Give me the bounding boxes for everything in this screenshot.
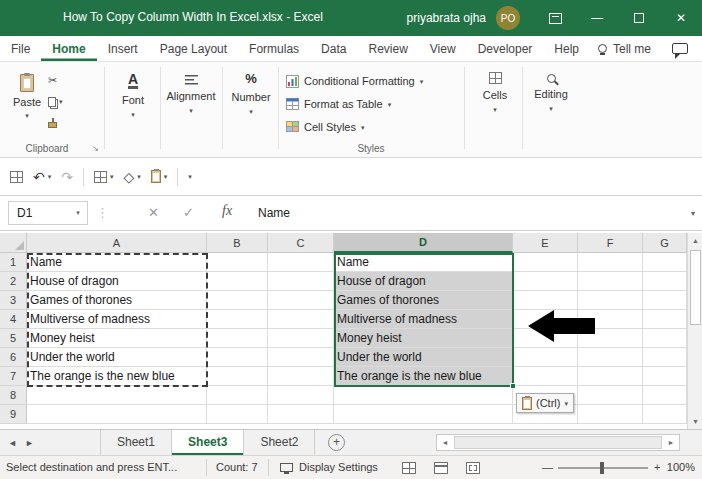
cell-A8[interactable] [27,386,207,405]
cells-group-button[interactable]: Cells ▾ [468,72,522,113]
avatar[interactable]: PO [496,6,520,30]
cell-A7[interactable]: The orange is the new blue [27,367,207,386]
ribbon-tab-home[interactable]: Home [41,36,96,61]
cell-G2[interactable] [643,272,687,291]
row-header-8[interactable]: 8 [0,386,27,405]
ribbon-tab-page-layout[interactable]: Page Layout [149,36,238,61]
zoom-in-button[interactable]: + [654,461,660,473]
cell-A3[interactable]: Games of thorones [27,291,207,310]
cell-F9[interactable] [578,405,643,424]
cell-C1[interactable] [268,253,334,272]
restore-button[interactable] [618,0,660,36]
zoom-out-button[interactable]: — [542,461,553,473]
worksheet-button[interactable] [10,171,23,183]
new-sheet-button[interactable]: + [328,434,345,451]
row-header-4[interactable]: 4 [0,310,27,329]
page-break-view-button[interactable] [466,462,480,474]
previous-sheet-button[interactable]: ◄ [8,438,17,448]
user-name[interactable]: priyabrata ojha [407,11,486,25]
column-header-E[interactable]: E [513,233,578,253]
cell-B3[interactable] [207,291,268,310]
cell-B7[interactable] [207,367,268,386]
enter-icon[interactable]: ✓ [183,205,194,220]
name-box[interactable]: D1 ▾ [8,201,88,225]
cell-E1[interactable] [513,253,578,272]
format-as-table-button[interactable]: Format as Table ▾ [286,95,391,113]
scroll-right-button[interactable]: ► [663,435,679,450]
cell-C8[interactable] [268,386,334,405]
comments-button[interactable] [672,43,688,54]
vertical-scrollbar-thumb[interactable] [690,250,701,325]
ribbon-tab-help[interactable]: Help [543,36,590,61]
cell-D1[interactable]: Name [334,253,513,272]
scroll-up-button[interactable]: ▲ [688,233,702,248]
zoom-slider-thumb[interactable] [600,462,604,474]
editing-group-button[interactable]: Editing ▾ [524,72,578,112]
cell-D9[interactable] [334,405,513,424]
font-group-button[interactable]: A Font ▾ [106,72,160,118]
cell-G6[interactable] [643,348,687,367]
shapes-button[interactable]: ◇▾ [124,169,141,185]
cell-D2[interactable]: House of dragon [334,272,513,291]
ribbon-tab-data[interactable]: Data [310,36,357,61]
ribbon-tab-file[interactable]: File [0,36,41,61]
cell-E7[interactable] [513,367,578,386]
cell-F8[interactable] [578,386,643,405]
row-header-9[interactable]: 9 [0,405,27,424]
cell-F2[interactable] [578,272,643,291]
row-header-5[interactable]: 5 [0,329,27,348]
cell-C3[interactable] [268,291,334,310]
format-painter-button[interactable] [48,112,63,133]
fill-handle[interactable] [510,383,516,389]
cell-D8[interactable] [334,386,513,405]
select-all-corner[interactable] [0,233,27,253]
cell-E6[interactable] [513,348,578,367]
customize-quick-access-button[interactable]: ▾ [188,173,192,180]
sheet-tab-sheet2[interactable]: Sheet2 [244,430,315,455]
clipboard-dialog-launcher-icon[interactable]: ↘ [92,144,99,153]
paste-button[interactable]: Paste ▾ [10,70,44,136]
borders-button[interactable]: ▾ [94,171,114,183]
column-header-D[interactable]: D [334,233,513,253]
cell-E3[interactable] [513,291,578,310]
ribbon-tab-review[interactable]: Review [357,36,418,61]
cell-E2[interactable] [513,272,578,291]
cell-A1[interactable]: Name [27,253,207,272]
cell-G9[interactable] [643,405,687,424]
cell-G3[interactable] [643,291,687,310]
column-header-C[interactable]: C [268,233,334,253]
cell-B8[interactable] [207,386,268,405]
sheet-tab-sheet3[interactable]: Sheet3 [172,430,244,455]
column-header-F[interactable]: F [578,233,643,253]
cell-B2[interactable] [207,272,268,291]
redo-button[interactable]: ↷ [61,169,73,185]
cell-B6[interactable] [207,348,268,367]
sheet-tab-sheet1[interactable]: Sheet1 [100,430,172,455]
cut-button[interactable]: ✂ [48,70,63,91]
cell-B9[interactable] [207,405,268,424]
cell-B1[interactable] [207,253,268,272]
cell-G4[interactable] [643,310,687,329]
clipboard-button[interactable]: ▾ [151,170,168,183]
cell-D4[interactable]: Multiverse of madness [334,310,513,329]
scroll-down-button[interactable]: ▼ [688,414,702,429]
conditional-formatting-button[interactable]: Conditional Formatting ▾ [286,72,423,90]
undo-button[interactable]: ↶▾ [33,169,51,185]
cell-F6[interactable] [578,348,643,367]
cell-A6[interactable]: Under the world [27,348,207,367]
cell-B5[interactable] [207,329,268,348]
row-header-7[interactable]: 7 [0,367,27,386]
horizontal-scrollbar[interactable]: ◄ ► [436,434,680,451]
row-header-1[interactable]: 1 [0,253,27,272]
cell-C4[interactable] [268,310,334,329]
column-header-A[interactable]: A [27,233,207,253]
cell-C7[interactable] [268,367,334,386]
ribbon-tab-insert[interactable]: Insert [97,36,149,61]
cell-C5[interactable] [268,329,334,348]
cell-D6[interactable]: Under the world [334,348,513,367]
ribbon-tab-formulas[interactable]: Formulas [238,36,310,61]
cell-D3[interactable]: Games of thorones [334,291,513,310]
cell-C9[interactable] [268,405,334,424]
formula-bar-expand-icon[interactable]: ▾ [691,209,695,218]
row-header-6[interactable]: 6 [0,348,27,367]
